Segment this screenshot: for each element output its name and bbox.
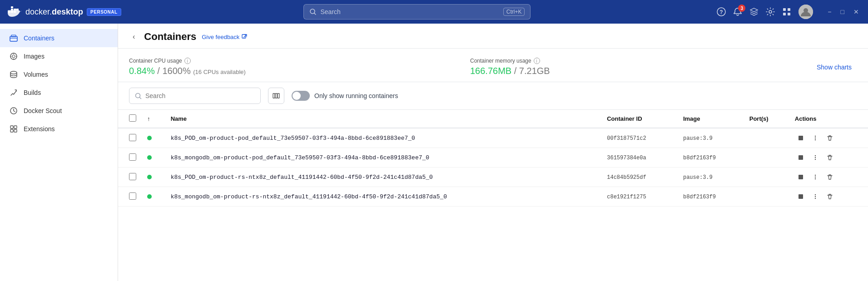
sidebar-item-builds[interactable]: Builds (0, 84, 118, 102)
logo-docker: docker (25, 7, 50, 16)
toggle-label: Only show running containers (314, 92, 398, 99)
maximize-button[interactable]: □ (839, 6, 846, 17)
row-checkbox-2[interactable] (129, 173, 136, 180)
row-checkbox-cell-3[interactable] (118, 187, 142, 207)
row-actions-cell-1 (789, 148, 868, 168)
svg-point-21 (10, 71, 17, 74)
select-all-header[interactable] (118, 110, 142, 128)
sidebar-item-extensions[interactable]: Extensions (0, 120, 118, 138)
trash-icon-0 (827, 135, 833, 141)
sidebar-item-docker-scout[interactable]: Docker Scout (0, 102, 118, 120)
more-options-button-3[interactable] (809, 192, 821, 202)
show-charts-button[interactable]: Show charts (811, 61, 857, 74)
memory-info-icon[interactable]: i (534, 58, 540, 64)
question-circle-icon: ? (717, 7, 726, 16)
svg-rect-17 (10, 36, 17, 41)
svg-rect-40 (799, 175, 803, 179)
status-dot-2 (147, 175, 152, 179)
memory-stat-block: Container memory usage i 166.76MB / 7.21… (470, 58, 811, 76)
running-containers-toggle[interactable] (292, 91, 310, 101)
row-checkbox-0[interactable] (129, 134, 136, 141)
status-header[interactable]: ↑ (142, 110, 165, 128)
svg-rect-11 (783, 8, 786, 11)
global-search-bar[interactable]: Search Ctrl+K (303, 4, 531, 20)
stop-button-3[interactable] (795, 192, 807, 202)
more-options-button-2[interactable] (809, 172, 821, 182)
docker-hub-icon[interactable] (749, 7, 759, 16)
main-layout: Containers Images Volumes (0, 24, 868, 281)
status-dot-3 (147, 194, 152, 199)
row-checkbox-1[interactable] (129, 153, 136, 161)
row-name-cell-1: k8s_mongodb_om-product-pod_default_73e59… (165, 148, 602, 168)
logo-label: docker.desktop (25, 7, 83, 17)
more-options-button-0[interactable] (809, 133, 821, 143)
titlebar-actions: ? 3 (717, 5, 861, 19)
container-name-3: k8s_mongodb_om-product-rs-ntx8z_default_… (171, 193, 447, 200)
sidebar-item-containers[interactable]: Containers (0, 29, 118, 47)
stop-button-2[interactable] (795, 172, 807, 182)
ports-header[interactable]: Port(s) (744, 110, 789, 128)
user-avatar[interactable] (799, 5, 813, 19)
more-options-icon-0 (812, 135, 818, 141)
help-icon[interactable]: ? (717, 7, 726, 16)
sidebar-collapse-button[interactable]: ‹ (129, 31, 139, 43)
sidebar-containers-label: Containers (24, 35, 109, 42)
image-header[interactable]: Image (678, 110, 744, 128)
svg-rect-29 (273, 94, 275, 98)
delete-button-1[interactable] (824, 153, 836, 163)
select-all-checkbox[interactable] (129, 114, 136, 122)
svg-point-38 (815, 157, 816, 158)
more-options-button-1[interactable] (809, 153, 821, 163)
docker-logo-icon (7, 5, 22, 19)
row-status-cell-3 (142, 187, 165, 207)
containers-table-wrap: ↑ Name Container ID Image Port(s) Action… (118, 110, 868, 281)
row-checkbox-cell-0[interactable] (118, 128, 142, 148)
cpu-note: (16 CPUs available) (193, 69, 246, 75)
cpu-current-value: 0.84% (129, 66, 155, 76)
volumes-svg-icon (10, 70, 18, 79)
row-ports-cell-2 (744, 168, 789, 187)
delete-button-3[interactable] (824, 192, 836, 202)
memory-current-value: 166.76MB (470, 66, 511, 76)
svg-rect-32 (799, 136, 803, 140)
running-containers-toggle-wrap[interactable]: Only show running containers (292, 91, 398, 101)
sidebar-item-volumes[interactable]: Volumes (0, 65, 118, 84)
actions-cell-3 (795, 192, 863, 202)
toolbar: Only show running containers (118, 82, 868, 110)
delete-button-0[interactable] (824, 133, 836, 143)
container-image-1: b8df2163f9 (683, 155, 716, 161)
container-id-header[interactable]: Container ID (601, 110, 678, 128)
columns-toggle-button[interactable] (268, 88, 284, 104)
row-image-cell-1: b8df2163f9 (678, 148, 744, 168)
container-search-input[interactable] (145, 92, 255, 99)
row-checkbox-3[interactable] (129, 192, 136, 200)
container-id-3: c8e1921f1275 (607, 194, 646, 200)
name-header[interactable]: Name (165, 110, 602, 128)
minimize-button[interactable]: − (826, 6, 833, 17)
close-button[interactable]: ✕ (852, 6, 861, 17)
feedback-external-link-icon (241, 34, 248, 40)
scout-svg-icon (10, 107, 18, 115)
extensions-icon (9, 124, 18, 133)
container-search-wrap[interactable] (129, 88, 261, 104)
give-feedback-link[interactable]: Give feedback (202, 34, 248, 40)
delete-button-2[interactable] (824, 172, 836, 182)
apps-grid-icon[interactable] (782, 7, 791, 16)
sidebar-volumes-label: Volumes (24, 71, 109, 78)
row-checkbox-cell-1[interactable] (118, 148, 142, 168)
more-options-icon-3 (812, 193, 818, 200)
svg-point-42 (815, 177, 816, 177)
row-checkbox-cell-2[interactable] (118, 168, 142, 187)
container-svg-icon (10, 34, 18, 42)
settings-icon[interactable] (766, 7, 775, 16)
sidebar-item-images[interactable]: Images (0, 47, 118, 65)
stop-button-0[interactable] (795, 133, 807, 143)
columns-icon (273, 92, 280, 99)
sidebar-builds-label: Builds (24, 89, 109, 96)
notifications-icon[interactable]: 3 (733, 7, 742, 16)
row-actions-cell-2 (789, 168, 868, 187)
cpu-stat-label: Container CPU usage i (129, 58, 470, 64)
stats-row: Container CPU usage i 0.84% / 1600% (16 … (118, 49, 868, 82)
cpu-info-icon[interactable]: i (184, 58, 191, 64)
stop-button-1[interactable] (795, 153, 807, 163)
